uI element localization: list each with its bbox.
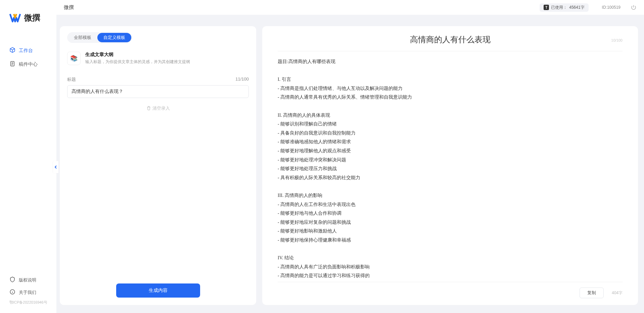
field-label: 标题 — [67, 76, 76, 83]
title-form: 标题 11/100 清空录入 — [67, 76, 249, 111]
output-footer: 复制 404字 — [278, 282, 623, 298]
left-panel: 全部模板 自定义模板 📚 生成文章大纲 输入标题，为你提供文章主体的灵感，并为其… — [60, 26, 256, 305]
template-card: 📚 生成文章大纲 输入标题，为你提供文章主体的灵感，并为其创建推文提纲 — [67, 52, 249, 65]
nav-drafts[interactable]: 稿件中心 — [0, 57, 56, 71]
usage-value: 45641字 — [569, 5, 584, 10]
title-input[interactable] — [67, 85, 249, 98]
usage-label: 已使用： — [551, 5, 567, 10]
copy-button[interactable]: 复制 — [580, 288, 604, 298]
tab-all-templates[interactable]: 全部模板 — [68, 33, 97, 42]
output-title-row: 高情商的人有什么表现 10/100 — [278, 34, 623, 45]
shield-icon — [9, 276, 15, 283]
nav-label: 关于我们 — [19, 290, 36, 296]
sidebar: 微撰 工作台 稿件中心 版权说明 关于我们 鄂ICP备2022016946号 — [0, 0, 56, 313]
nav-label: 版权说明 — [19, 277, 36, 283]
token-icon: T — [544, 5, 549, 10]
output-char-count: 404字 — [612, 290, 623, 296]
template-icon: 📚 — [67, 52, 81, 65]
content: 全部模板 自定义模板 📚 生成文章大纲 输入标题，为你提供文章主体的灵感，并为其… — [56, 15, 644, 313]
template-tabs: 全部模板 自定义模板 — [67, 32, 132, 43]
clear-label: 清空录入 — [152, 105, 170, 111]
output-title: 高情商的人有什么表现 — [278, 34, 623, 45]
document-icon — [9, 61, 15, 68]
nav-copyright[interactable]: 版权说明 — [0, 274, 56, 286]
field-counter: 11/100 — [235, 76, 249, 83]
template-title: 生成文章大纲 — [85, 52, 190, 58]
output-panel: 高情商的人有什么表现 10/100 题目:高情商的人有哪些表现 I. 引言 - … — [262, 26, 638, 305]
logo: 微撰 — [0, 0, 56, 30]
nav: 工作台 稿件中心 — [0, 30, 56, 274]
template-desc: 输入标题，为你提供文章主体的灵感，并为其创建推文提纲 — [85, 59, 190, 65]
nav-workbench[interactable]: 工作台 — [0, 44, 56, 57]
icp-text: 鄂ICP备2022016946号 — [0, 299, 56, 307]
generate-button[interactable]: 生成内容 — [116, 283, 200, 298]
clear-input-button[interactable]: 清空录入 — [67, 105, 249, 111]
output-body[interactable]: 题目:高情商的人有哪些表现 I. 引言 - 高情商是指人们处理情绪、与他人互动以… — [278, 57, 623, 278]
page-title: 微撰 — [64, 4, 540, 11]
divider — [278, 51, 623, 51]
logo-text: 微撰 — [24, 12, 40, 23]
user-id: ID:100519 — [602, 5, 620, 10]
output-title-counter: 10/100 — [611, 38, 623, 42]
info-icon — [9, 289, 15, 296]
tab-custom-templates[interactable]: 自定义模板 — [97, 33, 131, 42]
usage-badge[interactable]: T 已使用： 45641字 — [540, 3, 588, 12]
logo-icon — [9, 12, 21, 23]
trash-icon — [146, 106, 151, 111]
cube-icon — [9, 47, 15, 54]
nav-label: 稿件中心 — [19, 61, 38, 67]
sidebar-footer: 版权说明 关于我们 鄂ICP备2022016946号 — [0, 274, 56, 313]
topbar: 微撰 T 已使用： 45641字 ID:100519 — [56, 0, 644, 15]
nav-about[interactable]: 关于我们 — [0, 286, 56, 299]
power-icon[interactable] — [631, 4, 637, 10]
template-meta: 生成文章大纲 输入标题，为你提供文章主体的灵感，并为其创建推文提纲 — [85, 52, 190, 65]
nav-label: 工作台 — [19, 48, 33, 54]
